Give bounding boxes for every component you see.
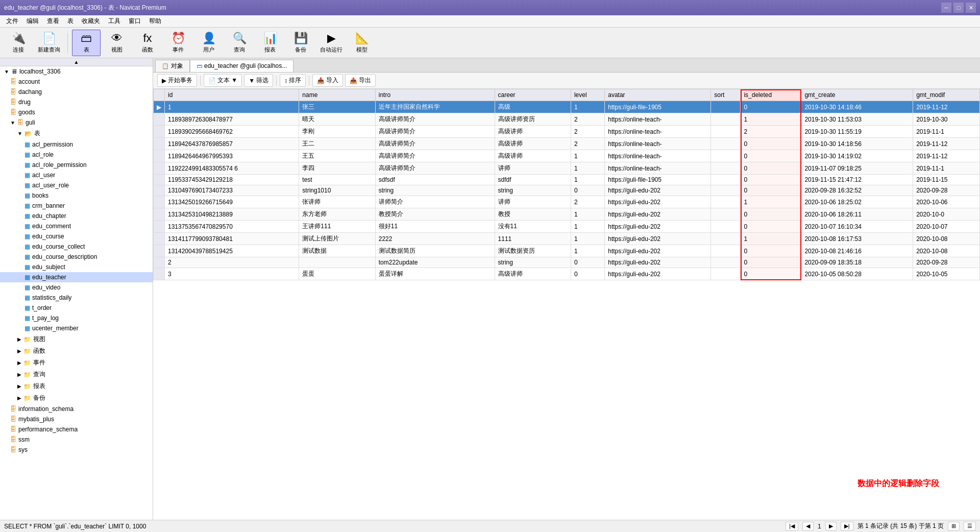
col-gmt_create[interactable]: gmt_create (801, 89, 913, 101)
toolbar-btn-备份[interactable]: 💾备份 (286, 30, 315, 56)
cell-id[interactable]: 1189426464967995393 (165, 150, 299, 162)
cell-gmt_modif[interactable]: 2020-09-28 (913, 257, 980, 268)
cell-gmt_create[interactable]: 2019-10-30 14:19:02 (801, 150, 913, 162)
cell-level[interactable]: 2 (571, 138, 604, 150)
cell-intro[interactable]: sdfsdf (375, 175, 495, 185)
tab-edu_teacher @guli (localhos...[interactable]: 🗃edu_teacher @guli (localhos... (190, 60, 293, 72)
cell-level[interactable]: 1 (571, 245, 604, 257)
sidebar-table-edu_comment[interactable]: ▦edu_comment (0, 221, 153, 231)
sidebar-db-performance_schema[interactable]: 🗄performance_schema (0, 424, 153, 434)
sidebar-table-edu_course_collect[interactable]: ▦edu_course_collect (0, 241, 153, 252)
col-id[interactable]: id (165, 89, 299, 101)
cell-avatar[interactable]: https://online-teach- (605, 126, 711, 138)
cell-gmt_modif[interactable]: 2020-10-0 (913, 208, 980, 221)
sidebar-section-报表[interactable]: ▶📁报表 (0, 380, 153, 392)
cell-avatar[interactable]: https://guli-edu-202 (605, 221, 711, 233)
col-name[interactable]: name (299, 89, 375, 101)
toolbar-btn-用户[interactable]: 👤用户 (194, 30, 223, 56)
cell-gmt_create[interactable]: 2020-10-07 16:10:34 (801, 221, 913, 233)
view-form[interactable]: ☰ (964, 522, 976, 530)
cell-sort[interactable] (711, 101, 741, 113)
cell-id[interactable]: 2 (165, 257, 299, 268)
table-row[interactable]: 1313425019266715649张讲师讲师简介讲师2https://gul… (154, 196, 980, 208)
cell-name[interactable]: 王二 (299, 138, 375, 150)
toolbar-btn-函数[interactable]: fx函数 (133, 30, 162, 56)
cell-career[interactable]: 没有11 (495, 221, 571, 233)
sidebar-table-crm_banner[interactable]: ▦crm_banner (0, 201, 153, 211)
cell-career[interactable]: 讲师 (495, 162, 571, 175)
cell-career[interactable]: 高级讲师 (495, 138, 571, 150)
cell-career[interactable]: 高级讲师 (495, 150, 571, 162)
sidebar-db-drug[interactable]: 🗄drug (0, 97, 153, 107)
sidebar-table-acl_permission[interactable]: ▦acl_permission (0, 139, 153, 150)
menu-item-编辑[interactable]: 编辑 (22, 16, 43, 27)
cell-name[interactable]: 测试数据 (299, 245, 375, 257)
cell-name[interactable]: 王五 (299, 150, 375, 162)
cell-gmt_create[interactable]: 2019-10-30 11:55:19 (801, 126, 913, 138)
cell-intro[interactable]: string (375, 185, 495, 196)
cell-gmt_modif[interactable]: 2019-10-30 (913, 113, 980, 126)
cell-name[interactable]: 蛋蛋 (299, 268, 375, 280)
cell-sort[interactable] (711, 196, 741, 208)
cell-is_deleted[interactable]: 0 (741, 268, 801, 280)
toolbar-btn-事件[interactable]: ⏰事件 (164, 30, 192, 56)
action-btn-开始事务[interactable]: ▶开始事务 (157, 74, 197, 87)
cell-level[interactable]: 2 (571, 196, 604, 208)
col-is_deleted[interactable]: is_deleted (741, 89, 801, 101)
cell-id[interactable]: 1189426437876985857 (165, 138, 299, 150)
cell-gmt_modif[interactable]: 2020-10-06 (913, 196, 980, 208)
cell-gmt_create[interactable]: 2020-09-09 18:35:18 (801, 257, 913, 268)
sidebar-table-acl_user_role[interactable]: ▦acl_user_role (0, 180, 153, 190)
cell-id[interactable]: 1 (165, 101, 299, 113)
cell-career[interactable]: 讲师 (495, 196, 571, 208)
sidebar-table-ucenter_member[interactable]: ▦ucenter_member (0, 323, 153, 333)
cell-id[interactable]: 1195337453429129218 (165, 175, 299, 185)
sidebar-db-sys[interactable]: 🗄sys (0, 445, 153, 455)
sidebar-table-t_pay_log[interactable]: ▦t_pay_log (0, 313, 153, 323)
action-btn-排序[interactable]: ↕排序 (280, 74, 306, 87)
sidebar-table-books[interactable]: ▦books (0, 190, 153, 201)
cell-is_deleted[interactable]: 0 (741, 245, 801, 257)
cell-is_deleted[interactable]: 0 (741, 257, 801, 268)
cell-level[interactable]: 2 (571, 126, 604, 138)
table-row[interactable]: 1192224991483305574 6李四高级讲师简介讲师1https://… (154, 162, 980, 175)
cell-level[interactable]: 1 (571, 208, 604, 221)
cell-gmt_modif[interactable]: 2019-11-12 (913, 101, 980, 113)
sidebar-db-account[interactable]: 🗄account (0, 77, 153, 87)
cell-gmt_create[interactable]: 2019-10-30 11:53:03 (801, 113, 913, 126)
cell-id[interactable]: 1313425019266715649 (165, 196, 299, 208)
cell-is_deleted[interactable]: 0 (741, 138, 801, 150)
cell-intro[interactable]: 近年主持国家自然科学 (375, 101, 495, 113)
cell-sort[interactable] (711, 221, 741, 233)
col-avatar[interactable]: avatar (605, 89, 711, 101)
menu-item-文件[interactable]: 文件 (2, 16, 22, 27)
cell-avatar[interactable]: https://guli-edu-202 (605, 245, 711, 257)
sidebar-db-dachang[interactable]: 🗄dachang (0, 87, 153, 97)
cell-is_deleted[interactable]: 0 (741, 221, 801, 233)
cell-gmt_modif[interactable]: 2020-10-05 (913, 268, 980, 280)
cell-name[interactable]: string1010 (299, 185, 375, 196)
sidebar-table-edu_video[interactable]: ▦edu_video (0, 282, 153, 293)
table-row[interactable]: 3蛋蛋蛋蛋详解高级讲师0https://guli-edu-20202020-10… (154, 268, 980, 280)
cell-gmt_modif[interactable]: 2019-11-1 (913, 126, 980, 138)
sidebar-db-goods[interactable]: 🗄goods (0, 107, 153, 117)
cell-name[interactable]: 东方老师 (299, 208, 375, 221)
cell-avatar[interactable]: https://guli-file-1905 (605, 175, 711, 185)
cell-intro[interactable]: 很好11 (375, 221, 495, 233)
cell-sort[interactable] (711, 138, 741, 150)
cell-id[interactable]: 1313425310498213889 (165, 208, 299, 221)
cell-level[interactable]: 1 (571, 150, 604, 162)
table-row[interactable]: 1313425310498213889东方老师教授简介教授1https://gu… (154, 208, 980, 221)
toolbar-btn-连接[interactable]: 🔌连接 (4, 30, 33, 56)
nav-next[interactable]: ▶ (825, 522, 837, 530)
cell-career[interactable]: 高级讲师 (495, 268, 571, 280)
cell-avatar[interactable]: https://guli-edu-202 (605, 233, 711, 245)
cell-level[interactable]: 0 (571, 268, 604, 280)
cell-level[interactable]: 1 (571, 175, 604, 185)
table-row[interactable]: 1314200439788519425测试数据测试数据简历测试数据资历1http… (154, 245, 980, 257)
sidebar-table-edu_course_description[interactable]: ▦edu_course_description (0, 252, 153, 262)
cell-gmt_modif[interactable]: 2019-11-12 (913, 138, 980, 150)
sidebar-table-edu_teacher[interactable]: ▦edu_teacher (0, 272, 153, 282)
toolbar-btn-模型[interactable]: 📐模型 (348, 30, 376, 56)
cell-career[interactable]: 高级讲师资历 (495, 113, 571, 126)
